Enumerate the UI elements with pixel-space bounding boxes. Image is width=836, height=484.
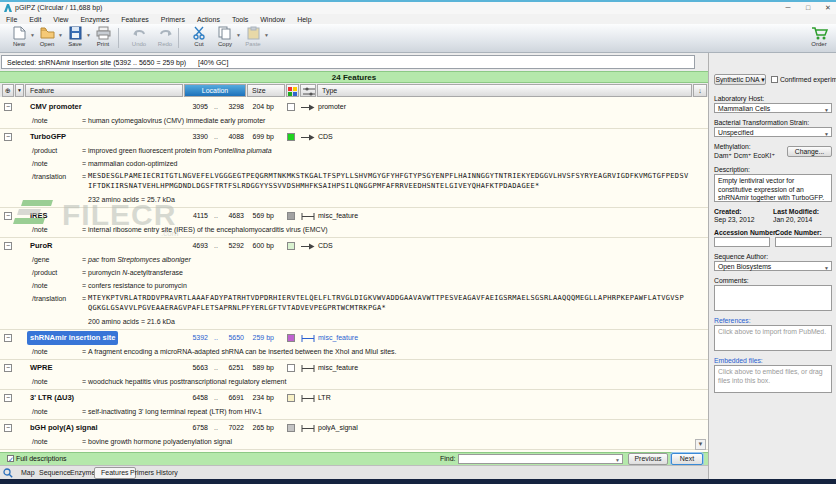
collapse-icon[interactable]: − — [4, 364, 12, 372]
menu-item-edit[interactable]: Edit — [23, 16, 47, 23]
collapse-icon[interactable]: − — [4, 133, 12, 141]
molecule-type-dropdown[interactable]: Synthetic DNA ▾ — [714, 74, 766, 85]
author-dropdown[interactable]: Open Biosystems▼ — [714, 261, 832, 271]
filter-sliders-icon[interactable] — [300, 84, 316, 97]
feature-row[interactable]: −3' LTR (ΔU3)6458..6691234 bpLTR — [0, 391, 708, 405]
copy-button[interactable]: Copy▼ — [212, 26, 238, 51]
description-textarea[interactable]: Empty lentiviral vector for constitutive… — [714, 174, 832, 202]
minimize-button[interactable]: ─ — [780, 3, 796, 13]
open-button[interactable]: Open▼ — [34, 26, 60, 51]
code-input[interactable] — [775, 237, 832, 247]
menu-item-window[interactable]: Window — [254, 16, 291, 23]
full-descriptions-checkbox[interactable]: ✓ Full descriptions — [7, 455, 67, 462]
feature-color-swatch[interactable] — [287, 212, 295, 220]
feature-row[interactable]: −shRNAmir insertion site5392..5650259 bp… — [0, 331, 708, 345]
menu-item-primers[interactable]: Primers — [155, 16, 191, 23]
feature-color-swatch[interactable] — [287, 103, 295, 111]
feature-name[interactable]: PuroR — [30, 239, 53, 253]
previous-button[interactable]: Previous — [628, 453, 668, 465]
equals-sign: = — [82, 144, 86, 157]
tab-history[interactable]: History — [150, 467, 184, 479]
feature-menu-caret-icon[interactable]: ▼ — [15, 84, 24, 97]
description-sidebar: Synthetic DNA ▾ Confirmed experimentally… — [708, 53, 836, 479]
menu-item-tools[interactable]: Tools — [226, 16, 254, 23]
open-folder-icon — [34, 26, 60, 40]
column-feature[interactable]: Feature — [25, 84, 183, 97]
embedded-files-box[interactable]: Click above to embed files, or drag file… — [714, 365, 832, 393]
feature-type: misc_feature — [318, 209, 358, 223]
collapse-icon[interactable]: − — [4, 212, 12, 220]
feature-name[interactable]: shRNAmir insertion site — [27, 331, 118, 345]
collapse-icon[interactable]: − — [4, 394, 12, 402]
feature-row[interactable]: −CMV promoter3095..3298204 bppromoter — [0, 100, 708, 114]
column-location[interactable]: Location — [184, 84, 246, 97]
feature-name[interactable]: IRES — [30, 209, 48, 223]
feature-block: −PuroR4693..5292600 bpCDS/gene=pac from … — [0, 238, 708, 330]
toolbar-separator — [118, 28, 119, 48]
add-feature-icon[interactable]: ⊕ — [2, 84, 14, 97]
accession-input[interactable] — [714, 237, 770, 247]
lab-host-dropdown[interactable]: Mammalian Cells▼ — [714, 103, 832, 113]
save-button[interactable]: Save▼ — [62, 26, 88, 51]
find-input[interactable]: ▼ — [458, 454, 623, 464]
maximize-button[interactable]: □ — [800, 3, 816, 13]
equals-sign: = — [82, 405, 86, 418]
feature-row[interactable]: −PuroR4693..5292600 bpCDS — [0, 239, 708, 253]
cut-button[interactable]: Cut — [186, 26, 212, 51]
feature-name[interactable]: TurboGFP — [30, 130, 66, 144]
feature-color-swatch[interactable] — [287, 424, 295, 432]
next-button[interactable]: Next — [671, 453, 703, 465]
strain-dropdown[interactable]: Unspecified▼ — [714, 127, 832, 137]
qualifier-row: /note=internal ribosome entry site (IRES… — [0, 223, 708, 236]
created-label: Created: — [714, 208, 742, 215]
references-link[interactable]: References: — [714, 317, 751, 324]
new-button[interactable]: New▼ — [6, 26, 32, 51]
feature-name[interactable]: CMV promoter — [30, 100, 82, 114]
column-type[interactable]: Type — [317, 84, 692, 97]
menu-item-file[interactable]: File — [0, 16, 23, 23]
search-icon[interactable] — [3, 468, 13, 478]
collapse-icon[interactable]: − — [4, 242, 12, 250]
menu-item-enzymes[interactable]: Enzymes — [74, 16, 115, 23]
collapse-icon[interactable]: − — [4, 334, 12, 342]
column-size[interactable]: Size — [247, 84, 285, 97]
color-palette-icon[interactable] — [286, 84, 299, 97]
references-box[interactable]: Click above to import from PubMed. — [714, 325, 832, 351]
feature-name[interactable]: 3' LTR (ΔU3) — [30, 391, 74, 405]
menu-item-view[interactable]: View — [47, 16, 74, 23]
change-methylation-button[interactable]: Change... — [787, 146, 832, 157]
feature-color-swatch[interactable] — [287, 394, 295, 402]
feature-type: promoter — [318, 100, 346, 114]
print-button-label: Print — [90, 41, 116, 47]
feature-name[interactable]: bGH poly(A) signal — [30, 421, 98, 435]
menu-item-features[interactable]: Features — [115, 16, 155, 23]
feature-color-swatch[interactable] — [287, 133, 295, 141]
menu-item-actions[interactable]: Actions — [191, 16, 226, 23]
comments-textarea[interactable] — [714, 285, 832, 311]
qualifier-value: puromycin N-acetyltransferase — [88, 266, 183, 279]
feature-row[interactable]: −bGH poly(A) signal6758..7022265 bppolyA… — [0, 421, 708, 435]
close-button[interactable]: ✕ — [820, 3, 836, 13]
feature-row[interactable]: −IRES4115..4683569 bpmisc_feature — [0, 209, 708, 223]
qualifier-row: /note=A fragment encoding a microRNA-ada… — [0, 345, 708, 358]
equals-sign: = — [82, 435, 86, 448]
feature-color-swatch[interactable] — [287, 242, 295, 250]
embedded-files-link[interactable]: Embedded files: — [714, 357, 763, 364]
collapse-icon[interactable]: − — [4, 424, 12, 432]
feature-color-swatch[interactable] — [287, 334, 295, 342]
feature-color-swatch[interactable] — [287, 364, 295, 372]
menu-item-help[interactable]: Help — [291, 16, 317, 23]
print-button[interactable]: Print — [90, 26, 116, 51]
paste-button: Paste▼ — [240, 26, 266, 51]
feature-block: −IRES4115..4683569 bpmisc_feature/note=i… — [0, 208, 708, 238]
collapse-icon[interactable]: − — [4, 103, 12, 111]
scroll-down-icon[interactable]: ▼ — [695, 439, 706, 450]
confirmed-checkbox[interactable]: Confirmed experimentally — [771, 76, 836, 83]
qualifier-row: /product=improved green fluorescent prot… — [0, 144, 708, 157]
order-button[interactable]: Order — [806, 26, 832, 51]
sort-down-icon[interactable]: ↓ — [693, 84, 707, 97]
find-caret-icon[interactable]: ▼ — [615, 457, 620, 463]
feature-name[interactable]: WPRE — [30, 361, 53, 375]
feature-row[interactable]: −TurboGFP3390..4088699 bpCDS — [0, 130, 708, 144]
feature-row[interactable]: −WPRE5663..6251589 bpmisc_feature — [0, 361, 708, 375]
